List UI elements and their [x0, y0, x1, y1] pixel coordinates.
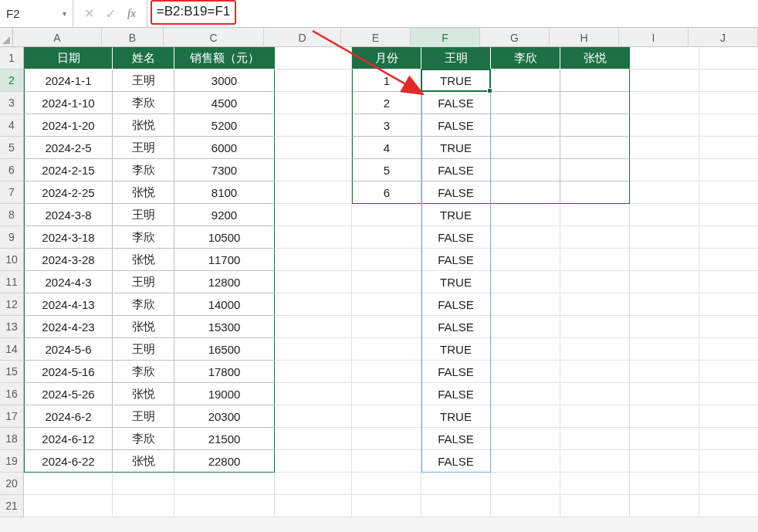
- cell-G19[interactable]: [491, 450, 560, 473]
- cell-C21[interactable]: [174, 495, 275, 517]
- cell-B8[interactable]: 王明: [113, 204, 174, 226]
- cell-D1[interactable]: [275, 47, 352, 69]
- cell-C8[interactable]: 9200: [174, 204, 275, 226]
- row-header-9[interactable]: 9: [0, 226, 23, 249]
- cell-J3[interactable]: [699, 92, 758, 114]
- cell-H14[interactable]: [560, 338, 630, 361]
- cell-G20[interactable]: [491, 473, 560, 495]
- cell-F13[interactable]: FALSE: [421, 316, 491, 338]
- cell-E8[interactable]: [352, 204, 421, 226]
- column-header-G[interactable]: G: [480, 28, 550, 47]
- cell-G17[interactable]: [491, 405, 560, 428]
- row-header-14[interactable]: 14: [0, 338, 23, 361]
- cell-A13[interactable]: 2024-4-23: [24, 316, 113, 338]
- column-header-J[interactable]: J: [689, 28, 758, 47]
- cell-A3[interactable]: 2024-1-10: [24, 92, 113, 114]
- cell-D20[interactable]: [275, 473, 352, 495]
- row-header-11[interactable]: 11: [0, 271, 23, 293]
- row-header-1[interactable]: 1: [0, 47, 23, 69]
- cell-I10[interactable]: [630, 249, 699, 271]
- cell-G5[interactable]: [491, 137, 560, 159]
- cell-C18[interactable]: 21500: [174, 428, 275, 450]
- cell-B3[interactable]: 李欣: [113, 92, 174, 114]
- cell-E2[interactable]: 1: [352, 69, 421, 92]
- cell-J5[interactable]: [699, 137, 758, 159]
- accept-formula-icon[interactable]: ✓: [105, 5, 117, 22]
- row-header-4[interactable]: 4: [0, 114, 23, 137]
- cell-D19[interactable]: [275, 450, 352, 473]
- cell-I15[interactable]: [630, 361, 699, 383]
- cell-E14[interactable]: [352, 338, 421, 361]
- column-header-I[interactable]: I: [619, 28, 689, 47]
- cell-B16[interactable]: 张悦: [113, 383, 174, 405]
- cell-J15[interactable]: [699, 361, 758, 383]
- cell-B6[interactable]: 李欣: [113, 159, 174, 181]
- cell-H12[interactable]: [560, 293, 630, 316]
- cancel-formula-icon[interactable]: ✕: [84, 6, 94, 21]
- cell-J11[interactable]: [699, 271, 758, 293]
- cell-H10[interactable]: [560, 249, 630, 271]
- cell-C14[interactable]: 16500: [174, 338, 275, 361]
- cell-G4[interactable]: [491, 114, 560, 137]
- cell-B15[interactable]: 李欣: [113, 361, 174, 383]
- cell-A7[interactable]: 2024-2-25: [24, 181, 113, 204]
- cell-G7[interactable]: [491, 181, 560, 204]
- cell-B21[interactable]: [113, 495, 174, 517]
- cell-I14[interactable]: [630, 338, 699, 361]
- cell-G2[interactable]: [491, 69, 560, 92]
- cell-C3[interactable]: 4500: [174, 92, 275, 114]
- cell-D16[interactable]: [275, 383, 352, 405]
- cell-H17[interactable]: [560, 405, 630, 428]
- cell-A17[interactable]: 2024-6-2: [24, 405, 113, 428]
- cell-F21[interactable]: [421, 495, 491, 517]
- cell-H20[interactable]: [560, 473, 630, 495]
- formula-input[interactable]: =B2:B19=F1: [147, 0, 758, 27]
- cell-B1[interactable]: 姓名: [113, 47, 174, 69]
- cell-A6[interactable]: 2024-2-15: [24, 159, 113, 181]
- cell-C16[interactable]: 19000: [174, 383, 275, 405]
- cell-I1[interactable]: [630, 47, 699, 69]
- row-header-18[interactable]: 18: [0, 428, 23, 450]
- cell-B20[interactable]: [113, 473, 174, 495]
- cell-A9[interactable]: 2024-3-18: [24, 226, 113, 249]
- cell-B2[interactable]: 王明: [113, 69, 174, 92]
- cell-E4[interactable]: 3: [352, 114, 421, 137]
- cell-I17[interactable]: [630, 405, 699, 428]
- cell-E11[interactable]: [352, 271, 421, 293]
- cell-E5[interactable]: 4: [352, 137, 421, 159]
- cell-E10[interactable]: [352, 249, 421, 271]
- cell-A15[interactable]: 2024-5-16: [24, 361, 113, 383]
- cell-E20[interactable]: [352, 473, 421, 495]
- row-header-16[interactable]: 16: [0, 383, 23, 405]
- cell-C7[interactable]: 8100: [174, 181, 275, 204]
- cell-I9[interactable]: [630, 226, 699, 249]
- column-header-E[interactable]: E: [341, 28, 411, 47]
- cell-D17[interactable]: [275, 405, 352, 428]
- cell-G21[interactable]: [491, 495, 560, 517]
- cell-B10[interactable]: 张悦: [113, 249, 174, 271]
- cell-I16[interactable]: [630, 383, 699, 405]
- name-box-dropdown-icon[interactable]: ▾: [63, 9, 66, 18]
- cell-D13[interactable]: [275, 316, 352, 338]
- cell-G6[interactable]: [491, 159, 560, 181]
- cell-E18[interactable]: [352, 428, 421, 450]
- cell-H4[interactable]: [560, 114, 630, 137]
- cell-G16[interactable]: [491, 383, 560, 405]
- cell-B18[interactable]: 李欣: [113, 428, 174, 450]
- cell-I18[interactable]: [630, 428, 699, 450]
- cell-A20[interactable]: [24, 473, 113, 495]
- cell-A11[interactable]: 2024-4-3: [24, 271, 113, 293]
- cell-D3[interactable]: [275, 92, 352, 114]
- cell-D6[interactable]: [275, 159, 352, 181]
- cell-A14[interactable]: 2024-5-6: [24, 338, 113, 361]
- cell-I19[interactable]: [630, 450, 699, 473]
- cell-E17[interactable]: [352, 405, 421, 428]
- cell-B19[interactable]: 张悦: [113, 450, 174, 473]
- cell-F7[interactable]: FALSE: [421, 181, 491, 204]
- cell-F11[interactable]: TRUE: [421, 271, 491, 293]
- cell-B14[interactable]: 王明: [113, 338, 174, 361]
- cell-C5[interactable]: 6000: [174, 137, 275, 159]
- cell-J14[interactable]: [699, 338, 758, 361]
- cell-B13[interactable]: 张悦: [113, 316, 174, 338]
- name-box[interactable]: F2 ▾: [0, 0, 73, 27]
